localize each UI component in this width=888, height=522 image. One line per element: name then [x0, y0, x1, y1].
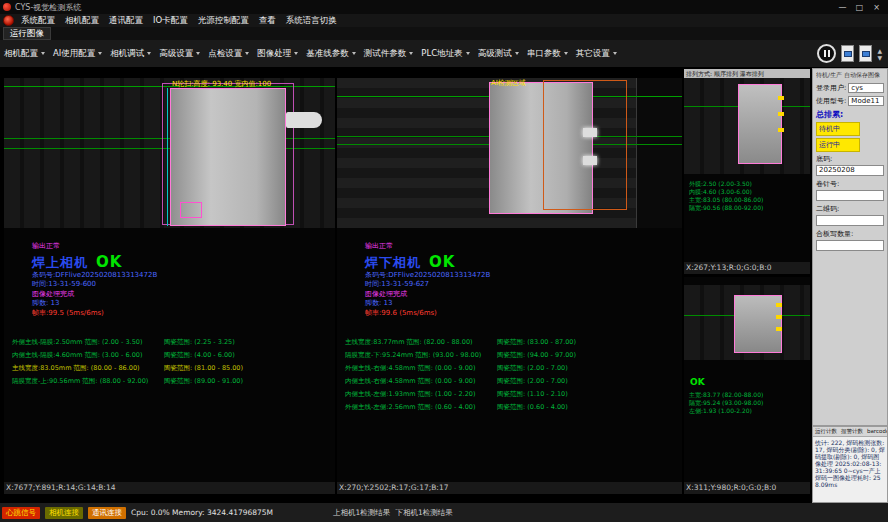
upper-camera-result-label[interactable]: 上相机1检测结果 [333, 508, 390, 518]
tool-label: 高级设置 [159, 48, 193, 60]
caret-down-icon [613, 52, 617, 55]
tool-testpiece-params[interactable]: 测试件参数 [364, 48, 414, 60]
batch-input[interactable]: 20250208 [816, 165, 884, 176]
pixel-readout: X:311;Y:980;R:0;G:0;B:0 [684, 482, 810, 494]
menu-camera-config[interactable]: 相机配置 [65, 15, 99, 27]
upper-camera-info: 输出正常 焊上相机 OK 条码号:DFFlive2025020813313472… [32, 242, 157, 318]
weld-mark [778, 128, 784, 132]
reel-input[interactable] [816, 190, 884, 201]
measurement-right: 陶瓷范围: (94.00 - 97.00) [497, 351, 576, 359]
measurement-row: 外侧主线-隔膜:2.50mm 范围: (2.00 - 3.50)陶瓷范围: (2… [12, 338, 333, 351]
weld-mark [776, 303, 782, 307]
camera-title: 焊上相机 [32, 254, 88, 272]
camera-result-row: 焊下相机 OK [365, 253, 490, 269]
upper-measurements: 外侧主线-隔膜:2.50mm 范围: (2.00 - 3.50)陶瓷范围: (2… [12, 338, 333, 390]
tool-camera-config[interactable]: 相机配置 [4, 48, 45, 60]
stats-tab-barcode-data[interactable]: barcode数据 [867, 428, 887, 435]
close-button[interactable]: × [868, 3, 885, 12]
upper-camera-panel[interactable]: N轮扫:高度: 93.40 宽内值:100 输出正常 焊上相机 OK 条码号:D… [4, 78, 335, 494]
pause-icon [824, 50, 826, 57]
qrcode-label: 二维码: [816, 204, 884, 214]
measurement-right: 陶瓷范围: (2.00 - 7.00) [497, 364, 568, 372]
tool-label: 串口参数 [527, 48, 561, 60]
measurement-right: 陶瓷范围: (2.25 - 3.25) [164, 338, 235, 346]
lower-camera-result-label[interactable]: 下相机1检测结果 [395, 508, 452, 518]
count-line: 脚数: 13 [365, 299, 490, 309]
scroll-up-icon[interactable]: ▲ [877, 47, 882, 54]
preview-overlay-text: 外膜:2.50 (2.00-3.50) 内膜:4.60 (3.00-6.00) … [689, 180, 763, 212]
image-save-button[interactable] [859, 45, 872, 62]
preview-line: 主宽:83.05 (80.00-86.00) [689, 196, 763, 204]
measurement-left: 隔膜宽度-上:90.56mm 范围: (88.00 - 92.00) [12, 377, 164, 386]
login-user-value: cys [848, 83, 884, 93]
tool-plc-address[interactable]: PLC地址表 [421, 48, 469, 60]
model-row: 使用型号: Mode11 [816, 96, 884, 106]
measurement-right: 陶瓷范围: (81.00 - 85.00) [164, 364, 243, 372]
preview-panel-2[interactable]: OK 主宽:83.77 (82.00-88.00) 隔宽:95.24 (93.0… [684, 277, 810, 494]
statusbar: 心跳信号 相机连接 通讯连接 Cpu: 0.0% Memory: 3424.41… [0, 503, 888, 522]
preview-line: 隔宽:90.56 (88.00-92.00) [689, 204, 763, 212]
app-logo-icon [3, 15, 14, 26]
panel-header: 待机/生产 自动保存图像 [816, 71, 884, 80]
preview-line: 内膜:4.60 (3.00-6.00) [689, 188, 763, 196]
camera-title: 焊下相机 [365, 254, 421, 272]
result-ok-text: OK [96, 253, 122, 271]
stats-tab-run-count[interactable]: 运行计数 [815, 428, 837, 435]
alert-line: 帧率:99.5 (5ms/6ms) [32, 309, 157, 319]
tool-serial-params[interactable]: 串口参数 [527, 48, 568, 60]
pixel-readout: X:270;Y:2502;R:17;G:17;B:17 [337, 482, 682, 494]
menu-comm-config[interactable]: 通讯配置 [109, 15, 143, 27]
tool-ai-config[interactable]: AI使用配置 [53, 48, 102, 60]
machine-shadow [637, 78, 682, 228]
measurement-left: 内侧主线-右侧:4.58mm 范围: (0.00 - 9.00) [345, 377, 497, 386]
cpu-memory-readout: Cpu: 0.0% Memory: 3424.41796875M [131, 508, 273, 517]
caret-down-icon [41, 52, 45, 55]
app-window: CYS-视觉检测系统 — □ × 系统配置 相机配置 通讯配置 IO卡配置 光源… [0, 0, 888, 522]
maximize-button[interactable]: □ [851, 3, 868, 12]
preview-header: 排列方式: 顺序排列 瀑布排列 [684, 69, 810, 78]
process-status: 图像处理完成 [365, 290, 490, 300]
menubar: 系统配置 相机配置 通讯配置 IO卡配置 光源控制配置 查看 系统语言切换 [0, 14, 888, 27]
upper-camera-image: N轮扫:高度: 93.40 宽内值:100 [4, 78, 335, 228]
feature-box [180, 202, 202, 218]
image-icon [862, 51, 870, 57]
preview-panel-1[interactable]: 外膜:2.50 (2.00-3.50) 内膜:4.60 (3.00-6.00) … [684, 78, 810, 274]
measurement-row: 隔膜宽度-下:95.24mm 范围: (93.00 - 98.00)陶瓷范围: … [345, 351, 680, 364]
image-capture-button[interactable] [841, 45, 854, 62]
tool-advanced-test[interactable]: 高级测试 [478, 48, 519, 60]
comm-link-indicator: 通讯连接 [88, 507, 126, 519]
menu-io-config[interactable]: IO卡配置 [153, 15, 188, 27]
lower-camera-panel[interactable]: AI检测区域 输出正常 焊下相机 OK 条码号:DFFlive202502081… [337, 78, 682, 494]
stats-tab-alarm-count[interactable]: 报警计数 [841, 428, 863, 435]
preview-line: 隔宽:95.24 (93.00-98.00) [689, 399, 763, 407]
tool-image-processing[interactable]: 图像处理 [257, 48, 298, 60]
tool-label: 点检设置 [208, 48, 242, 60]
menu-system-config[interactable]: 系统配置 [21, 15, 55, 27]
tool-spot-check[interactable]: 点检设置 [208, 48, 249, 60]
model-select[interactable]: Mode11 [848, 96, 884, 106]
write-count-input[interactable] [816, 240, 884, 251]
tool-advanced-settings[interactable]: 高级设置 [159, 48, 200, 60]
menu-language-switch[interactable]: 系统语言切换 [286, 15, 337, 27]
scroll-down-icon[interactable]: ▼ [877, 54, 882, 61]
toolbar: 相机配置 AI使用配置 相机调试 高级设置 点检设置 图像处理 基准线参数 测试… [0, 40, 888, 67]
measurement-row: 隔膜宽度-上:90.56mm 范围: (88.00 - 92.00)陶瓷范围: … [12, 377, 333, 390]
measurement-row: 外侧主线-右侧:4.58mm 范围: (0.00 - 9.00)陶瓷范围: (2… [345, 364, 680, 377]
menu-light-config[interactable]: 光源控制配置 [198, 15, 249, 27]
caret-down-icon [245, 52, 249, 55]
batch-label: 底码: [816, 154, 884, 164]
connector-part [286, 112, 322, 128]
pause-button[interactable] [817, 44, 836, 63]
tool-baseline-params[interactable]: 基准线参数 [306, 48, 356, 60]
tool-other-settings[interactable]: 其它设置 [576, 48, 617, 60]
tab-run-image[interactable]: 运行图像 [3, 27, 51, 40]
tab-row: 运行图像 [0, 27, 888, 40]
qrcode-input[interactable] [816, 215, 884, 226]
menu-view[interactable]: 查看 [259, 15, 276, 27]
weld-spot [583, 128, 597, 137]
minimize-button[interactable]: — [834, 3, 851, 12]
weld-spot [583, 156, 597, 165]
caret-down-icon [409, 52, 413, 55]
camera-link-indicator: 相机连接 [45, 507, 83, 519]
tool-camera-debug[interactable]: 相机调试 [110, 48, 151, 60]
